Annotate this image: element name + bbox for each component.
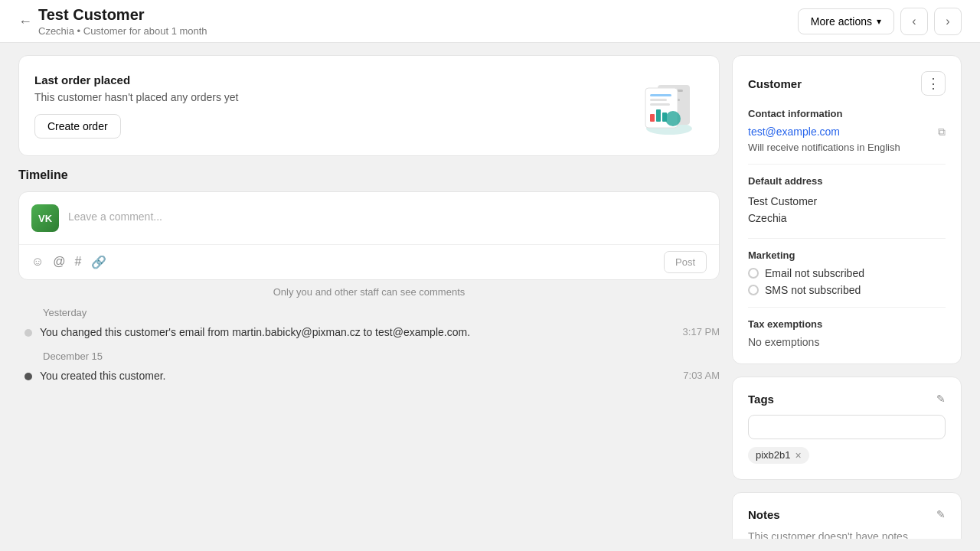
hashtag-icon[interactable]: # [75,255,82,269]
tags-title: Tags [748,393,774,406]
divider [748,307,946,308]
customer-email[interactable]: test@example.com [748,126,840,138]
order-card-title: Last order placed [34,73,238,86]
address-section-title: Default address [748,175,946,187]
contact-row: test@example.com ⧉ [748,126,946,139]
timeline-entry-text: You changed this customer's email from m… [40,326,675,338]
divider [748,238,946,239]
top-bar: ← Test Customer Czechia • Customer for a… [0,0,980,43]
tags-card-header: Tags ✎ [748,393,946,406]
svg-rect-6 [650,94,671,96]
nav-next-button[interactable]: › [934,8,962,35]
marketing-section-title: Marketing [748,249,946,261]
svg-point-12 [665,111,681,126]
left-panel: Last order placed This customer hasn't p… [18,55,720,539]
notes-text: This customer doesn't have notes [748,530,946,539]
copy-icon[interactable]: ⧉ [938,126,946,139]
timeline-entry: You changed this customer's email from m… [24,326,720,338]
staff-note: Only you and other staff can see comment… [18,280,720,301]
main-content: Last order placed This customer hasn't p… [0,43,980,551]
timeline-group-yesterday: Yesterday You changed this customer's em… [24,307,720,338]
notes-card: Notes ✎ This customer doesn't have notes [732,492,962,539]
tags-edit-icon[interactable]: ✎ [936,393,946,405]
customer-card-title: Customer [748,77,802,90]
page-title-block: Test Customer Czechia • Customer for abo… [38,6,207,37]
comment-input-area: VK Leave a comment... [19,192,719,244]
order-card-content: Last order placed This customer hasn't p… [34,73,238,139]
comment-placeholder[interactable]: Leave a comment... [68,204,707,223]
timeline-entries: Yesterday You changed this customer's em… [18,307,720,382]
order-illustration [635,71,704,140]
email-radio-circle [748,268,759,279]
emoji-icon[interactable]: ☺ [31,255,44,269]
sms-marketing-status: SMS not subscribed [765,284,861,296]
top-bar-left: ← Test Customer Czechia • Customer for a… [18,6,207,37]
address-name: Test Customer [748,193,946,210]
more-actions-button[interactable]: More actions ▾ [798,8,894,34]
tags-list: pixb2b1 × [748,447,946,464]
timeline-dot [24,373,32,380]
svg-rect-8 [650,103,670,106]
timeline-date-yesterday: Yesterday [24,307,720,318]
timeline-dot [24,329,32,337]
page-title: Test Customer [38,6,207,24]
notes-edit-icon[interactable]: ✎ [936,508,946,520]
comment-box: VK Leave a comment... ☺ @ # 🔗 Post [18,191,720,280]
tags-card: Tags ✎ pixb2b1 × [732,377,962,480]
contact-section-title: Contact information [748,108,946,119]
divider [748,164,946,165]
notes-title: Notes [748,508,780,521]
nav-prev-button[interactable]: ‹ [900,8,928,35]
timeline-entry: You created this customer. 7:03 AM [24,370,720,382]
right-panel: Customer ⋮ Contact information test@exam… [732,55,962,539]
chevron-down-icon: ▾ [877,16,881,27]
svg-rect-9 [650,114,655,122]
email-marketing-row: Email not subscribed [748,267,946,279]
tax-section-title: Tax exemptions [748,318,946,330]
more-actions-label: More actions [811,15,872,28]
comment-toolbar: ☺ @ # 🔗 Post [19,244,719,279]
tag-remove-button[interactable]: × [795,449,802,461]
customer-card-header: Customer ⋮ [748,71,946,96]
timeline-entry-text: You created this customer. [40,370,675,382]
mention-icon[interactable]: @ [53,255,65,269]
avatar: VK [31,204,59,232]
svg-rect-7 [650,99,667,101]
email-marketing-status: Email not subscribed [765,267,864,279]
create-order-button[interactable]: Create order [34,114,121,139]
comment-toolbar-icons: ☺ @ # 🔗 [31,255,655,269]
link-icon[interactable]: 🔗 [91,255,106,269]
tags-input[interactable] [748,415,946,439]
address-country: Czechia [748,210,946,227]
tax-exemption-value: No exemptions [748,336,946,348]
sms-radio-circle [748,285,759,295]
timeline-entry-time: 7:03 AM [683,370,720,381]
customer-card: Customer ⋮ Contact information test@exam… [732,55,962,364]
back-icon[interactable]: ← [18,15,32,28]
tag-chip: pixb2b1 × [748,447,809,464]
page-subtitle: Czechia • Customer for about 1 month [38,25,207,37]
timeline-entry-time: 3:17 PM [683,326,720,337]
post-button[interactable]: Post [664,251,707,273]
notes-card-header: Notes ✎ [748,508,946,521]
notification-text: Will receive notifications in English [748,142,946,153]
timeline-group-dec15: December 15 You created this customer. 7… [24,350,720,382]
timeline-date-dec15: December 15 [24,350,720,362]
sms-marketing-row: SMS not subscribed [748,284,946,296]
svg-rect-10 [656,109,661,122]
top-bar-right: More actions ▾ ‹ › [798,8,962,35]
tag-label: pixb2b1 [756,449,791,461]
dots-menu-button[interactable]: ⋮ [921,71,946,96]
timeline-title: Timeline [18,168,720,182]
timeline-section: Timeline VK Leave a comment... ☺ @ # 🔗 P… [18,168,720,394]
order-card: Last order placed This customer hasn't p… [18,55,720,156]
order-card-description: This customer hasn't placed any orders y… [34,91,238,103]
